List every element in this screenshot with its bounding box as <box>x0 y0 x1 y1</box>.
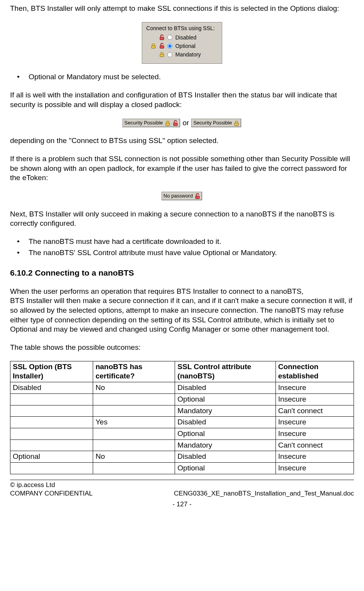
radio-label-disabled: Disabled <box>175 34 203 41</box>
status-label: Security Possible <box>193 120 232 126</box>
status-security-possible-single: Security Possible <box>191 119 242 128</box>
table-row: OptionalInsecure <box>10 428 354 439</box>
lock-closed-icon <box>159 51 165 58</box>
table-header-row: SSL Option (BTS Installer) nanoBTS has c… <box>10 361 354 382</box>
paragraph-6: When the user performs an operation that… <box>10 287 354 334</box>
table-cell: Disabled <box>175 417 276 428</box>
table-row: YesDisabledInsecure <box>10 417 354 428</box>
th-has-cert: nanoBTS has certificate? <box>93 361 175 382</box>
table-row: OptionalNoDisabledInsecure <box>10 451 354 463</box>
list-item: Optional or Mandatory must be selected. <box>10 72 354 82</box>
page-footer: © ip.access Ltd COMPANY CONFIDENTIAL CEN… <box>10 481 354 498</box>
lock-open-icon <box>159 34 165 41</box>
lock-closed-icon <box>150 43 156 49</box>
table-cell: Disabled <box>175 451 276 463</box>
table-cell: Mandatory <box>175 439 276 451</box>
table-cell <box>93 393 175 405</box>
footer-rule <box>10 480 354 480</box>
radio-label-optional: Optional <box>175 43 203 49</box>
svg-rect-1 <box>151 46 155 48</box>
table-cell: No <box>93 451 175 463</box>
table-cell <box>10 393 93 405</box>
table-cell: Insecure <box>276 462 354 474</box>
table-cell <box>93 439 175 451</box>
th-ssl-option: SSL Option (BTS Installer) <box>10 361 93 382</box>
table-cell: Insecure <box>276 417 354 428</box>
lock-closed-icon <box>233 120 240 126</box>
table-cell: Yes <box>93 417 175 428</box>
radio-label-mandatory: Mandatory <box>175 51 203 58</box>
footer-confidential: COMPANY CONFIDENTIAL <box>10 489 93 498</box>
list-item: The nanoBTS must have had a certificate … <box>10 237 354 247</box>
th-ssl-control: SSL Control attribute (nanoBTS) <box>175 361 276 382</box>
status-label: Security Possible <box>124 120 163 126</box>
section-heading: 6.10.2 Connecting to a nanoBTS <box>10 267 354 278</box>
table-cell: Insecure <box>276 382 354 394</box>
table-cell <box>93 428 175 439</box>
table-cell: Disabled <box>175 382 276 394</box>
radio-optional[interactable] <box>167 44 172 49</box>
ssl-panel-title: Connect to BTSs using SSL: <box>146 25 214 32</box>
paragraph-5: Next, BTS Installer will only succeed in… <box>10 209 354 228</box>
table-row: MandatoryCan't connect <box>10 405 354 417</box>
status-security-possible-dual: Security Possible <box>122 119 180 128</box>
table-cell <box>93 462 175 474</box>
lock-open-icon <box>172 120 179 126</box>
table-cell: Optional <box>10 451 93 463</box>
ssl-options-panel: Connect to BTSs using SSL: Disabled Opti… <box>142 22 222 64</box>
paragraph-7: The table shows the possible outcomes: <box>10 343 354 353</box>
lock-closed-icon <box>165 120 171 126</box>
svg-rect-6 <box>235 123 238 126</box>
table-cell <box>93 405 175 417</box>
table-cell: Insecure <box>276 393 354 405</box>
table-cell: Can't connect <box>276 439 354 451</box>
or-text: or <box>183 118 189 128</box>
svg-rect-2 <box>160 46 164 48</box>
bullet-list-1: Optional or Mandatory must be selected. <box>10 72 354 82</box>
table-cell: Optional <box>175 428 276 439</box>
radio-row-mandatory[interactable]: Mandatory <box>146 51 214 58</box>
intro-paragraph: Then, BTS Installer will only attempt to… <box>10 4 354 14</box>
table-cell <box>10 439 93 451</box>
svg-rect-5 <box>173 123 177 126</box>
radio-disabled[interactable] <box>167 35 172 40</box>
table-cell: Optional <box>175 462 276 474</box>
paragraph-3: depending on the "Connect to BTSs using … <box>10 136 354 146</box>
lock-open-icon <box>194 193 201 199</box>
table-row: OptionalInsecure <box>10 462 354 474</box>
table-cell <box>10 462 93 474</box>
footer-copyright: © ip.access Ltd <box>10 481 354 489</box>
paragraph-2: If all is well with the installation and… <box>10 90 354 109</box>
table-cell: Mandatory <box>175 405 276 417</box>
table-cell <box>10 405 93 417</box>
table-cell <box>10 417 93 428</box>
table-cell: Insecure <box>276 451 354 463</box>
paragraph-4: If there is a problem such that SSL conn… <box>10 154 354 183</box>
table-row: DisabledNoDisabledInsecure <box>10 382 354 394</box>
outcomes-table: SSL Option (BTS Installer) nanoBTS has c… <box>10 361 354 474</box>
th-connection: Connection established <box>276 361 354 382</box>
bullet-list-2: The nanoBTS must have had a certificate … <box>10 237 354 257</box>
radio-mandatory[interactable] <box>167 52 172 57</box>
radio-row-disabled[interactable]: Disabled <box>146 34 214 41</box>
lock-open-icon <box>159 43 165 49</box>
svg-rect-7 <box>196 196 199 199</box>
table-row: MandatoryCan't connect <box>10 439 354 451</box>
svg-rect-3 <box>160 54 164 57</box>
footer-doc-name: CENG0336_XE_nanoBTS_Installation_and_Tes… <box>174 489 354 498</box>
table-row: OptionalInsecure <box>10 393 354 405</box>
svg-rect-0 <box>160 37 164 40</box>
list-item: The nanoBTS' SSL Control attribute must … <box>10 248 354 258</box>
table-cell <box>10 428 93 439</box>
status-label: No password <box>163 193 193 199</box>
table-cell: No <box>93 382 175 394</box>
table-cell: Optional <box>175 393 276 405</box>
status-no-password: No password <box>162 192 202 201</box>
table-cell: Insecure <box>276 428 354 439</box>
table-cell: Disabled <box>10 382 93 394</box>
table-cell: Can't connect <box>276 405 354 417</box>
radio-row-optional[interactable]: Optional <box>146 43 214 49</box>
page-number: - 127 - <box>10 500 354 509</box>
svg-rect-4 <box>166 123 170 126</box>
